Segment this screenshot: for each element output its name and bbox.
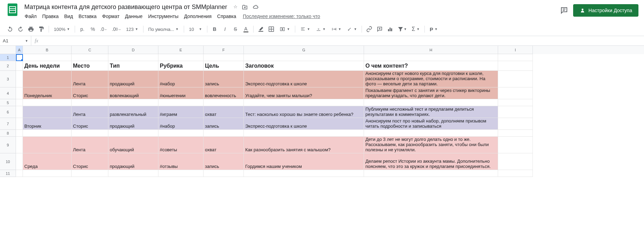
print-button[interactable] [26, 25, 35, 34]
star-icon[interactable]: ☆ [233, 4, 238, 10]
decrease-decimal-button[interactable]: .0← [99, 25, 109, 34]
cell-F5[interactable] [204, 99, 244, 106]
cell-E4[interactable]: #юныегении [158, 87, 204, 99]
cell-B6[interactable] [23, 106, 72, 118]
cell-G7[interactable]: Экспресс-подготовка к школе [244, 118, 364, 130]
cell-E6[interactable]: #играем [158, 106, 204, 118]
row-header-1[interactable]: 1 [0, 54, 16, 61]
cell-F8[interactable] [204, 130, 244, 137]
increase-decimal-button[interactable]: .00→ [110, 25, 123, 34]
select-all-corner[interactable] [0, 46, 16, 54]
cell-E1[interactable] [158, 54, 204, 61]
menu-данные[interactable]: Данные [123, 12, 145, 20]
cell-F3[interactable]: запись [204, 71, 244, 87]
cell-F6[interactable]: охват [204, 106, 244, 118]
row-header-10[interactable]: 10 [0, 153, 16, 170]
cell-I2[interactable] [498, 61, 533, 71]
row-header-2[interactable]: 2 [0, 61, 16, 71]
row-header-4[interactable]: 4 [0, 87, 16, 99]
cell-G8[interactable] [244, 130, 364, 137]
menu-инструменты[interactable]: Инструменты [146, 12, 181, 20]
row-header-6[interactable]: 6 [0, 106, 16, 118]
cell-D4[interactable]: вовлекающий [108, 87, 158, 99]
col-header-B[interactable]: B [23, 46, 72, 54]
cell-D1[interactable] [108, 54, 158, 61]
rotate-button[interactable]: ▼ [345, 25, 359, 34]
row-header-5[interactable]: 5 [0, 99, 16, 106]
cell-B1[interactable] [23, 54, 72, 61]
cell-H3[interactable]: Анонсируем старт нового курса для подгот… [364, 71, 498, 87]
cell-A2[interactable] [16, 61, 23, 71]
col-header-C[interactable]: C [72, 46, 108, 54]
cell-H1[interactable] [364, 54, 498, 61]
cell-A8[interactable] [16, 130, 23, 137]
row-header-9[interactable]: 9 [0, 137, 16, 153]
cell-B3[interactable] [23, 71, 72, 87]
col-header-I[interactable]: I [498, 46, 533, 54]
cell-C5[interactable] [72, 99, 108, 106]
cell-E7[interactable]: #набор [158, 118, 204, 130]
cell-H7[interactable]: Анонсируем пост про новый набор, дополня… [364, 118, 498, 130]
cell-A9[interactable] [16, 137, 23, 153]
cell-A7[interactable] [16, 118, 23, 130]
cell-D8[interactable] [108, 130, 158, 137]
cell-G5[interactable] [244, 99, 364, 106]
col-header-G[interactable]: G [244, 46, 364, 54]
cyrillic-button[interactable]: Р▼ [428, 25, 440, 34]
cell-C8[interactable] [72, 130, 108, 137]
cell-B9[interactable] [23, 137, 72, 153]
cell-E8[interactable] [158, 130, 204, 137]
cell-D7[interactable]: продающий [108, 118, 158, 130]
more-formats-select[interactable]: 123▼ [124, 25, 140, 34]
cell-E9[interactable]: #советы [158, 137, 204, 153]
move-icon[interactable] [242, 4, 248, 10]
cell-B4[interactable]: Понедельник [23, 87, 72, 99]
merge-button[interactable]: ▼ [277, 25, 292, 34]
cell-G6[interactable]: Тест: насколько хорошо вы знаете своего … [244, 106, 364, 118]
cell-I3[interactable] [498, 71, 533, 87]
cell-C11[interactable] [72, 170, 108, 177]
cell-I9[interactable] [498, 137, 533, 153]
wrap-button[interactable]: ▼ [329, 25, 344, 34]
cell-F4[interactable]: вовлеченность [204, 87, 244, 99]
cell-G10[interactable]: Гордимся нашим учеником [244, 153, 364, 170]
cell-G4[interactable]: Угадайте, чем заняты малыши? [244, 87, 364, 99]
cell-A10[interactable] [16, 153, 23, 170]
cell-E10[interactable]: #отзывы [158, 153, 204, 170]
cell-D2[interactable]: Тип [108, 61, 158, 71]
document-title[interactable]: Матрица контента для детского развивающе… [22, 3, 229, 11]
bold-button[interactable]: B [210, 25, 219, 34]
menu-вставка[interactable]: Вставка [76, 12, 99, 20]
cell-C7[interactable]: Сторис [72, 118, 108, 130]
row-header-8[interactable]: 8 [0, 130, 16, 137]
cell-A4[interactable] [16, 87, 23, 99]
cell-C4[interactable]: Сторис [72, 87, 108, 99]
sheets-logo[interactable] [6, 3, 19, 17]
col-header-D[interactable]: D [108, 46, 158, 54]
cloud-icon[interactable] [252, 4, 259, 10]
cell-D10[interactable]: продающий [108, 153, 158, 170]
cell-I10[interactable] [498, 153, 533, 170]
cell-D3[interactable]: продающий [108, 71, 158, 87]
cell-B8[interactable] [23, 130, 72, 137]
cell-C1[interactable] [72, 54, 108, 61]
functions-button[interactable]: Σ▼ [410, 25, 422, 34]
zoom-select[interactable]: 100%▼ [52, 25, 72, 34]
cell-I6[interactable] [498, 106, 533, 118]
cell-H5[interactable] [364, 99, 498, 106]
fontsize-select[interactable]: 10▼ [187, 25, 204, 34]
redo-button[interactable] [16, 25, 25, 34]
cell-H9[interactable]: Дети до 3 лет не могут долго делать одно… [364, 137, 498, 153]
cell-F1[interactable] [204, 54, 244, 61]
cell-C2[interactable]: Место [72, 61, 108, 71]
cell-A11[interactable] [16, 170, 23, 177]
comment-button[interactable] [375, 25, 384, 34]
cell-A6[interactable] [16, 106, 23, 118]
cell-B5[interactable] [23, 99, 72, 106]
cell-B7[interactable]: Вторник [23, 118, 72, 130]
valign-button[interactable]: ▼ [314, 25, 328, 34]
link-button[interactable] [365, 25, 374, 34]
cell-H6[interactable]: Публикуем несложный тест и предлагаем де… [364, 106, 498, 118]
cell-B2[interactable]: День недели [23, 61, 72, 71]
cell-I8[interactable] [498, 130, 533, 137]
